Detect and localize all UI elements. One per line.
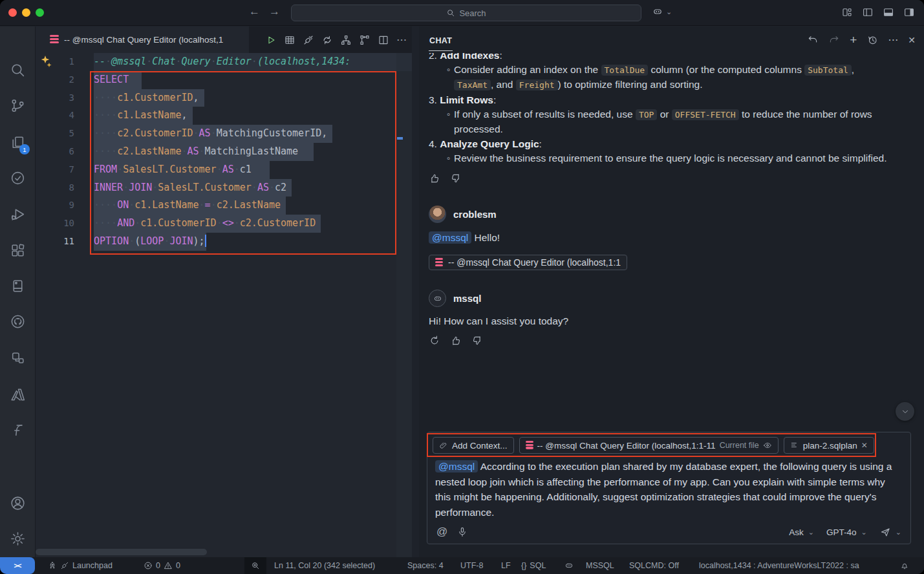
toggle-panel-icon[interactable] [883, 6, 894, 18]
sidebar-item-database-projects[interactable] [10, 350, 27, 367]
toggle-primary-sidebar-icon[interactable] [862, 6, 874, 18]
microphone-icon[interactable] [457, 526, 468, 538]
sidebar-item-settings[interactable] [10, 531, 27, 547]
estimated-plan-icon[interactable] [340, 34, 352, 46]
model-selector[interactable]: GPT-4o [826, 527, 857, 537]
zoom-indicator[interactable] [244, 557, 266, 574]
chat-input-box[interactable]: Add Context... -- @mssql Chat Query Edit… [427, 432, 911, 544]
remote-indicator[interactable]: >< [0, 557, 35, 574]
code-line[interactable]: 5····c2.CustomerID·AS·MatchingCustomerID… [36, 125, 412, 143]
toggle-secondary-sidebar-icon[interactable] [903, 6, 915, 18]
undo-icon[interactable] [807, 34, 819, 46]
code-line[interactable]: 8INNER·JOIN·SalesLT.Customer·AS·c2 [36, 179, 412, 197]
editor-scrollbar[interactable] [396, 53, 412, 557]
mention-icon[interactable]: @ [436, 526, 447, 538]
code-line[interactable]: 9····ON·c1.LastName·=·c2.LastName [36, 197, 412, 215]
back-arrow-icon[interactable]: ← [249, 5, 260, 18]
code-line[interactable]: 3····c1.CustomerID, [36, 89, 412, 107]
close-panel-icon[interactable]: ✕ [908, 35, 916, 45]
f-logo-icon [10, 422, 26, 438]
language-mode[interactable]: {}SQL [521, 557, 546, 574]
copilot-status[interactable] [564, 557, 574, 574]
editor-horizontal-scrollbar[interactable] [36, 549, 207, 555]
server-book-icon [10, 278, 26, 294]
list-icon [790, 441, 799, 450]
sidebar-item-sql-server[interactable] [10, 278, 27, 295]
chat-input-text[interactable]: @mssql According to the execution plan s… [427, 454, 910, 520]
sidebar-item-accounts[interactable] [10, 495, 27, 512]
sidebar-item-fabric[interactable] [10, 422, 27, 439]
thumbs-up-icon[interactable] [450, 335, 462, 346]
problems-indicator[interactable]: 0 0 [144, 557, 180, 574]
more-actions-icon[interactable]: ⋯ [888, 34, 898, 46]
code-line[interactable]: 6····c2.LastName·AS·MatchingLastName [36, 143, 412, 161]
eye-icon[interactable] [763, 441, 772, 450]
notifications-bell[interactable] [900, 557, 909, 574]
code-line[interactable]: 2SELECT [36, 71, 412, 89]
traffic-lights [8, 8, 44, 17]
maximize-window-button[interactable] [36, 8, 44, 17]
scroll-to-bottom-button[interactable] [896, 402, 914, 421]
code-editor[interactable]: 1--·@mssql·Chat·Query·Editor·(localhost,… [36, 53, 412, 557]
copilot-sparkle-icon[interactable] [40, 55, 53, 72]
disconnect-icon[interactable] [303, 34, 314, 46]
redo-icon[interactable] [828, 34, 840, 46]
add-context-button[interactable]: Add Context... [433, 437, 514, 454]
code-line[interactable]: 11OPTION·(LOOP·JOIN); [36, 233, 412, 251]
cursor-position[interactable]: Ln 11, Col 20 (342 selected) [274, 557, 375, 574]
actual-plan-icon[interactable] [359, 34, 371, 46]
encoding-indicator[interactable]: UTF-8 [460, 557, 483, 574]
retry-icon[interactable] [429, 335, 440, 346]
customize-layout-icon[interactable] [841, 6, 853, 18]
tab-chat-query-editor[interactable]: -- @mssql Chat Query Editor (localhost,1 [36, 27, 249, 53]
mssql-status[interactable]: MSSQL [586, 557, 614, 574]
close-window-button[interactable] [8, 8, 17, 17]
sidebar-item-github[interactable] [10, 314, 27, 330]
user-avatar [429, 206, 446, 223]
remove-chip-icon[interactable]: ✕ [861, 441, 868, 450]
connection-status[interactable]: localhost,1434 : AdventureWorksLT2022 : … [699, 557, 859, 574]
change-connection-icon[interactable] [321, 34, 333, 46]
sidebar-item-search[interactable] [10, 62, 27, 79]
send-icon[interactable] [879, 526, 891, 538]
run-query-icon[interactable] [265, 34, 277, 46]
sqlplan-context-chip[interactable]: plan-2.sqlplan ✕ [784, 437, 874, 454]
command-center-search[interactable]: Search [291, 5, 641, 21]
code-line[interactable]: 1--·@mssql·Chat·Query·Editor·(localhost,… [36, 53, 412, 71]
code-line[interactable]: 7FROM·SalesLT.Customer·AS·c1 [36, 161, 412, 179]
mode-selector[interactable]: Ask [789, 527, 804, 537]
thumbs-up-icon[interactable] [429, 173, 440, 184]
indentation-indicator[interactable]: Spaces: 4 [407, 557, 444, 574]
code-line[interactable]: 4····c1.LastName, [36, 107, 412, 125]
copilot-menu-button[interactable]: ⌄ [652, 6, 672, 17]
vscode-window: ← → Search ⌄ 1 [0, 0, 924, 574]
results-grid-icon[interactable] [284, 34, 295, 46]
thumbs-down-icon[interactable] [450, 173, 462, 184]
sidebar-item-azure[interactable] [10, 387, 27, 403]
inline-code: TaxAmt [454, 80, 491, 90]
message-attachment-chip[interactable]: -- @mssql Chat Query Editor (localhost,1… [429, 255, 627, 270]
search-icon [10, 62, 26, 78]
split-editor-icon[interactable] [378, 34, 389, 46]
chevron-down-icon: ⌄ [896, 529, 901, 536]
sidebar-item-run-debug[interactable] [10, 206, 27, 223]
code-line[interactable]: 10····AND·c1.CustomerID·<>·c2.CustomerID [36, 215, 412, 233]
new-chat-icon[interactable]: + [850, 33, 857, 47]
paperclip-icon [439, 441, 448, 450]
launchpad-button[interactable]: Launchpad [48, 557, 113, 574]
history-icon[interactable] [866, 34, 878, 46]
sqlcmd-status[interactable]: SQLCMD: Off [629, 557, 679, 574]
eol-indicator[interactable]: LF [501, 557, 511, 574]
more-actions-icon[interactable]: ⋯ [396, 34, 407, 46]
mention-chip: @mssql [435, 460, 478, 473]
current-file-context-chip[interactable]: -- @mssql Chat Query Editor (localhost,1… [519, 437, 779, 454]
sidebar-item-source-control[interactable] [10, 98, 27, 114]
thumbs-down-icon[interactable] [471, 335, 483, 346]
list-bullet: ◦If only a subset of results is needed, … [429, 107, 914, 137]
sidebar-item-tasks[interactable] [10, 170, 27, 187]
sidebar-item-extensions[interactable] [10, 242, 27, 259]
minimize-window-button[interactable] [22, 8, 30, 17]
forward-arrow-icon[interactable]: → [269, 5, 280, 18]
tab-chat[interactable]: CHAT [429, 29, 453, 51]
mention-chip: @mssql [429, 231, 471, 244]
